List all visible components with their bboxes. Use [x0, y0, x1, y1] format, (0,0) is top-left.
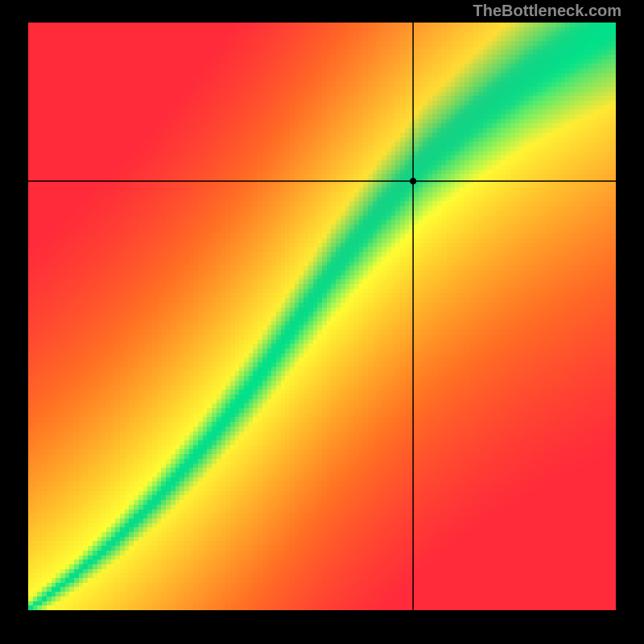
bottleneck-heatmap: [28, 23, 616, 610]
attribution-text: TheBottleneck.com: [473, 2, 621, 20]
